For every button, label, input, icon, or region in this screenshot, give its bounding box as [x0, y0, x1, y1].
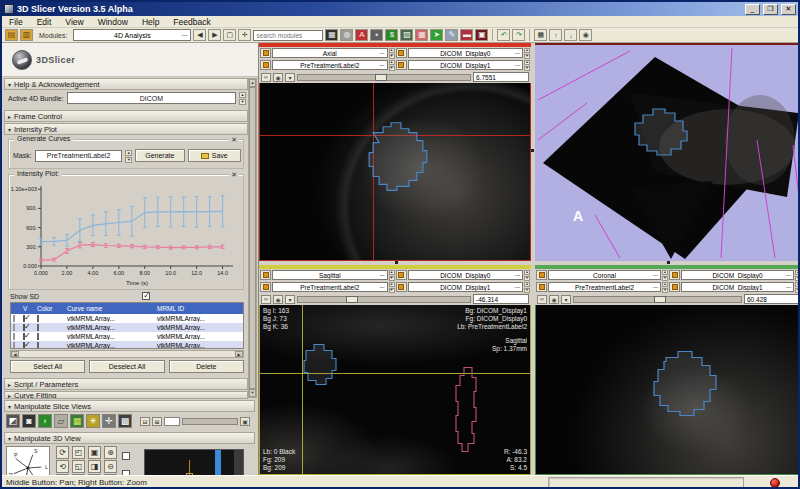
curve-color-swatch[interactable] — [37, 315, 39, 322]
visibility-checkbox[interactable] — [23, 342, 25, 349]
module-shortcut-icon[interactable]: ▣ — [475, 29, 488, 41]
modules-combobox[interactable]: 4D Analysis— — [73, 29, 191, 41]
section-help[interactable]: ▾Help & Acknowledgement — [4, 78, 248, 90]
slice-crosshair-icon[interactable]: ✛ — [102, 414, 116, 428]
slice-offset-slider[interactable] — [297, 74, 471, 81]
view3d-zoom-out-icon[interactable]: ⊖ — [104, 460, 117, 473]
view3d-stereo-icon[interactable]: ◨ — [88, 460, 101, 473]
label-combobox[interactable]: PreTreatmentLabel2— — [548, 282, 661, 292]
save-button[interactable]: Save — [188, 149, 241, 162]
label-layer-icon[interactable] — [260, 60, 271, 70]
table-row[interactable]: vtkMRMLArray... vtkMRMLArray... — [11, 341, 243, 349]
module-shortcut-icon[interactable]: ▦ — [415, 29, 428, 41]
slice-more-options-icon[interactable]: ◩ — [6, 414, 20, 428]
module-shortcut-icon[interactable]: ✎ — [445, 29, 458, 41]
scroll-left-icon[interactable]: ◀ — [11, 351, 19, 357]
redo-icon[interactable]: ↷ — [512, 29, 525, 41]
slice-offset-value[interactable] — [473, 294, 529, 304]
table-horizontal-scrollbar[interactable]: ◀▶ — [10, 350, 244, 358]
bg-spinner[interactable]: ▲▼ — [795, 282, 800, 292]
module-search-input[interactable] — [253, 30, 323, 41]
module-shortcut-icon[interactable]: ◍ — [340, 29, 353, 41]
delete-button[interactable]: Delete — [169, 360, 244, 373]
minimize-button[interactable]: _ — [745, 4, 760, 15]
view3d-rotate-up-icon[interactable]: ⟳ — [56, 446, 69, 459]
frame-next-icon[interactable]: ↓ — [564, 29, 577, 41]
menu-file[interactable]: File — [2, 17, 30, 27]
spin-up-icon[interactable]: ▲ — [125, 150, 132, 156]
spin-up-icon[interactable]: ▲ — [239, 92, 246, 98]
fg-volume-combobox[interactable]: DICOM_Display0— — [681, 270, 794, 280]
module-shortcut-icon[interactable]: ▧ — [400, 29, 413, 41]
bundle-spinner[interactable]: ▲▼ — [239, 92, 246, 104]
show-sd-checkbox[interactable] — [142, 292, 150, 300]
label-spinner[interactable]: ▲▼ — [662, 282, 668, 292]
curve-color-swatch[interactable] — [37, 333, 39, 340]
label-spinner[interactable]: ▲▼ — [389, 60, 395, 70]
active-bundle-combobox[interactable]: DICOM — [67, 92, 236, 104]
view3d-zoom-in-icon[interactable]: ⊕ — [104, 446, 117, 459]
section-manipulate-3d-view[interactable]: ▾Manipulate 3D View — [4, 432, 255, 444]
intensity-plot-chart[interactable]: 0.000300.600.900.1.20e+0030.0002.004.006… — [11, 178, 241, 292]
close-groupbox-icon[interactable]: ✕ — [229, 136, 239, 144]
bg-volume-combobox[interactable]: DICOM_Display1— — [408, 282, 524, 292]
maximize-button[interactable]: ❐ — [763, 4, 778, 15]
coronal-image-canvas[interactable] — [535, 305, 800, 475]
error-log-icon[interactable] — [770, 478, 780, 488]
fg-layer-icon[interactable] — [396, 48, 407, 58]
module-shortcut-icon[interactable]: ▦ — [325, 29, 338, 41]
row-selector[interactable] — [13, 324, 15, 331]
row-selector[interactable] — [13, 315, 15, 322]
save-scene-icon[interactable]: ▥ — [20, 29, 33, 41]
fade-slider[interactable] — [182, 418, 238, 425]
link-views-icon[interactable]: ∞ — [261, 73, 271, 82]
view3d-option-checkbox[interactable] — [122, 452, 130, 460]
mask-combobox[interactable]: PreTreatmentLabel2 — [35, 150, 123, 162]
bg-volume-combobox[interactable]: DICOM_Display1— — [681, 282, 794, 292]
view3d-rotate-down-icon[interactable]: ⟲ — [56, 460, 69, 473]
menu-help[interactable]: Help — [135, 17, 166, 27]
section-script-parameters[interactable]: ▸Script / Parameters — [4, 378, 248, 390]
view3d-capture-icon[interactable]: ▣ — [88, 446, 101, 459]
menu-window[interactable]: Window — [91, 17, 135, 27]
orientation-spinner[interactable]: ▲▼ — [389, 48, 395, 58]
scroll-right-icon[interactable]: ▶ — [235, 351, 243, 357]
module-shortcut-icon[interactable]: ▬ — [460, 29, 473, 41]
sagittal-image-canvas[interactable]: Bg I: 163Bg J: 73Bg K: 36 Bg: DICOM_Disp… — [259, 305, 531, 475]
module-refresh-icon[interactable]: ✛ — [238, 29, 251, 41]
generate-button[interactable]: Generate — [135, 149, 185, 162]
slice-grid-icon[interactable]: ▩ — [118, 414, 132, 428]
bg-spinner[interactable]: ▲▼ — [524, 282, 530, 292]
orientation-combobox[interactable]: Coronal— — [548, 270, 661, 280]
screen-capture-icon[interactable]: ▦ — [534, 29, 547, 41]
fade-link-icon[interactable]: ▣ — [240, 417, 250, 426]
record-icon[interactable]: ◉ — [579, 29, 592, 41]
module-shortcut-icon[interactable]: $ — [385, 29, 398, 41]
table-row[interactable]: vtkMRMLArray... vtkMRMLArray... — [11, 332, 243, 341]
module-back-icon[interactable]: ◀ — [193, 29, 206, 41]
scroll-up-icon[interactable]: ▲ — [249, 79, 256, 87]
bg-layer-icon[interactable] — [669, 282, 680, 292]
fade-toggle-icon[interactable]: ⊞ — [152, 417, 162, 426]
slice-offset-value[interactable] — [744, 294, 800, 304]
curve-color-swatch[interactable] — [37, 342, 39, 349]
spin-down-icon[interactable]: ▼ — [125, 157, 132, 163]
table-row[interactable]: vtkMRMLArray... vtkMRMLArray... — [11, 314, 243, 323]
label-combobox[interactable]: PreTreatmentLabel2— — [272, 282, 388, 292]
link-views-icon[interactable]: ∞ — [537, 295, 547, 304]
module-history-icon[interactable]: ▢ — [223, 29, 236, 41]
slice-visibility-icon[interactable]: ◉ — [273, 295, 283, 304]
module-shortcut-icon[interactable]: ▪ — [370, 29, 383, 41]
more-options-icon[interactable]: ▾ — [285, 295, 295, 304]
visibility-checkbox[interactable] — [23, 315, 25, 322]
fg-volume-combobox[interactable]: DICOM_Display0— — [408, 270, 524, 280]
viewport-menu-icon[interactable] — [536, 270, 547, 280]
more-options-icon[interactable]: ▾ — [561, 295, 571, 304]
orientation-spinner[interactable]: ▲▼ — [662, 270, 668, 280]
select-all-button[interactable]: Select All — [10, 360, 85, 373]
slice-outline-icon[interactable]: ▱ — [54, 414, 68, 428]
bg-layer-icon[interactable] — [396, 60, 407, 70]
slice-offset-slider[interactable] — [573, 296, 742, 303]
menu-edit[interactable]: Edit — [30, 17, 59, 27]
spin-down-icon[interactable]: ▼ — [239, 99, 246, 105]
